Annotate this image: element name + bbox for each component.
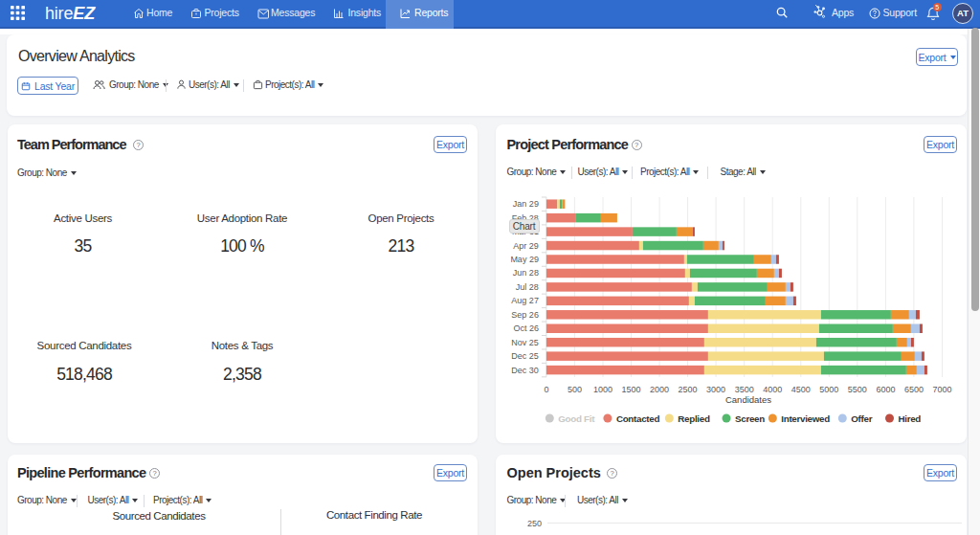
svg-text:3500: 3500 (735, 385, 754, 394)
svg-text:0: 0 (544, 385, 548, 394)
svg-text:7000: 7000 (932, 385, 951, 394)
svg-text:Contacted: Contacted (616, 413, 660, 424)
svg-text:4500: 4500 (791, 385, 811, 394)
svg-text:Jan 29: Jan 29 (513, 199, 539, 209)
svg-text:4000: 4000 (763, 385, 782, 394)
svg-text:Apr 29: Apr 29 (513, 241, 539, 251)
svg-text:5500: 5500 (848, 385, 867, 394)
svg-text:6000: 6000 (876, 385, 895, 394)
svg-text:Hired: Hired (899, 413, 922, 424)
svg-text:Dec 25: Dec 25 (511, 351, 539, 361)
svg-text:May 29: May 29 (510, 255, 539, 264)
svg-text:Good Fit: Good Fit (558, 413, 595, 424)
svg-text:5000: 5000 (819, 385, 838, 394)
svg-text:6500: 6500 (904, 385, 924, 394)
svg-text:Interviewed: Interviewed (781, 413, 830, 424)
svg-text:Screen: Screen (735, 413, 765, 424)
svg-text:Jun 28: Jun 28 (513, 268, 539, 278)
svg-text:Sep 26: Sep 26 (511, 310, 539, 320)
svg-text:2500: 2500 (679, 385, 698, 394)
svg-text:Replied: Replied (678, 413, 710, 424)
svg-text:3000: 3000 (706, 385, 725, 394)
svg-text:500: 500 (568, 385, 582, 394)
svg-text:1500: 1500 (621, 385, 640, 394)
svg-text:Candidates: Candidates (725, 394, 771, 405)
svg-text:Aug 27: Aug 27 (511, 296, 539, 305)
svg-text:1000: 1000 (593, 385, 612, 394)
svg-text:Oct 26: Oct 26 (513, 323, 539, 333)
svg-text:Jul 28: Jul 28 (516, 282, 539, 292)
svg-text:Nov 25: Nov 25 (511, 338, 539, 347)
svg-text:2000: 2000 (650, 385, 669, 394)
svg-text:Offer: Offer (851, 413, 872, 424)
svg-text:Dec 30: Dec 30 (511, 366, 539, 375)
